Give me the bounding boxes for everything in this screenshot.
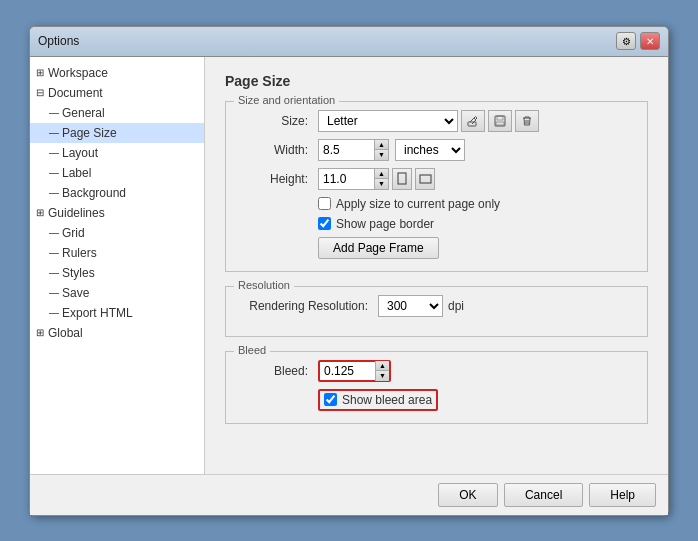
width-up-btn[interactable]: ▲ bbox=[374, 140, 388, 150]
expander-export-html: — bbox=[48, 304, 60, 322]
width-input[interactable] bbox=[319, 140, 374, 160]
bleed-label: Bleed: bbox=[238, 364, 318, 378]
width-spinner[interactable]: ▲ ▼ bbox=[318, 139, 389, 161]
height-up-btn[interactable]: ▲ bbox=[374, 169, 388, 179]
height-spinner[interactable]: ▲ ▼ bbox=[318, 168, 389, 190]
resolution-group: Resolution Rendering Resolution: 72 96 1… bbox=[225, 286, 648, 337]
expander-save: — bbox=[48, 284, 60, 302]
resolution-select[interactable]: 72 96 150 300 600 bbox=[378, 295, 443, 317]
show-border-checkbox[interactable] bbox=[318, 217, 331, 230]
dpi-label: dpi bbox=[448, 299, 464, 313]
sidebar-item-export-html[interactable]: —Export HTML bbox=[30, 303, 204, 323]
add-page-frame-button[interactable]: Add Page Frame bbox=[318, 237, 439, 259]
sidebar-item-global[interactable]: ⊞Global bbox=[30, 323, 204, 343]
svg-rect-4 bbox=[398, 173, 406, 184]
width-down-btn[interactable]: ▼ bbox=[374, 150, 388, 160]
size-label: Size: bbox=[238, 114, 318, 128]
expander-general: — bbox=[48, 104, 60, 122]
expander-workspace: ⊞ bbox=[34, 64, 46, 82]
page-title: Page Size bbox=[225, 73, 648, 89]
sidebar-label-global: Global bbox=[48, 324, 83, 342]
size-save-icon[interactable] bbox=[488, 110, 512, 132]
bleed-spinner-buttons: ▲ ▼ bbox=[375, 361, 389, 381]
sidebar-label-grid: Grid bbox=[62, 224, 85, 242]
landscape-icon[interactable] bbox=[415, 168, 435, 190]
sidebar-label-rulers: Rulers bbox=[62, 244, 97, 262]
orientation-icons bbox=[392, 168, 435, 190]
help-button[interactable]: Help bbox=[589, 483, 656, 507]
svg-rect-2 bbox=[497, 116, 503, 120]
expander-grid: — bbox=[48, 224, 60, 242]
bleed-row: Bleed: ▲ ▼ bbox=[238, 360, 635, 382]
sidebar-label-label: Label bbox=[62, 164, 91, 182]
height-down-btn[interactable]: ▼ bbox=[374, 179, 388, 189]
svg-rect-1 bbox=[495, 116, 505, 126]
apply-checkbox-row: Apply size to current page only bbox=[318, 197, 635, 211]
svg-rect-5 bbox=[420, 175, 431, 183]
sidebar-label-general: General bbox=[62, 104, 105, 122]
sidebar-item-page-size[interactable]: —Page Size bbox=[30, 123, 204, 143]
show-bleed-checkbox[interactable] bbox=[324, 393, 337, 406]
sidebar-item-document[interactable]: ⊟Document bbox=[30, 83, 204, 103]
expander-document: ⊟ bbox=[34, 84, 46, 102]
show-bleed-label: Show bleed area bbox=[342, 393, 432, 407]
sidebar-item-general[interactable]: —General bbox=[30, 103, 204, 123]
close-title-btn[interactable]: ✕ bbox=[640, 32, 660, 50]
sidebar-item-save[interactable]: —Save bbox=[30, 283, 204, 303]
sidebar-item-styles[interactable]: —Styles bbox=[30, 263, 204, 283]
bleed-input[interactable] bbox=[320, 361, 375, 381]
expander-guidelines: ⊞ bbox=[34, 204, 46, 222]
resolution-row: Rendering Resolution: 72 96 150 300 600 … bbox=[238, 295, 635, 317]
sidebar-label-background: Background bbox=[62, 184, 126, 202]
bleed-up-btn[interactable]: ▲ bbox=[375, 361, 389, 371]
sidebar-item-background[interactable]: —Background bbox=[30, 183, 204, 203]
expander-layout: — bbox=[48, 144, 60, 162]
title-bar-buttons: ⚙ ✕ bbox=[616, 32, 660, 50]
settings-title-btn[interactable]: ⚙ bbox=[616, 32, 636, 50]
rendering-label: Rendering Resolution: bbox=[238, 299, 378, 313]
sidebar-label-export-html: Export HTML bbox=[62, 304, 133, 322]
sidebar-item-workspace[interactable]: ⊞Workspace bbox=[30, 63, 204, 83]
portrait-icon[interactable] bbox=[392, 168, 412, 190]
dialog-title: Options bbox=[38, 34, 79, 48]
size-select[interactable]: Letter A4 A3 Legal Custom bbox=[318, 110, 458, 132]
sidebar-item-rulers[interactable]: —Rulers bbox=[30, 243, 204, 263]
cancel-button[interactable]: Cancel bbox=[504, 483, 583, 507]
size-edit-icon[interactable] bbox=[461, 110, 485, 132]
ok-button[interactable]: OK bbox=[438, 483, 498, 507]
apply-checkbox-label: Apply size to current page only bbox=[336, 197, 500, 211]
show-bleed-checkbox-row: Show bleed area bbox=[318, 389, 438, 411]
bleed-group: Bleed Bleed: ▲ ▼ Show bleed area bbox=[225, 351, 648, 424]
height-spinner-buttons: ▲ ▼ bbox=[374, 169, 388, 189]
width-spinner-buttons: ▲ ▼ bbox=[374, 140, 388, 160]
sidebar-item-label[interactable]: —Label bbox=[30, 163, 204, 183]
bleed-down-btn[interactable]: ▼ bbox=[375, 371, 389, 381]
unit-select[interactable]: inches cm mm px bbox=[395, 139, 465, 161]
bleed-group-label: Bleed bbox=[234, 344, 270, 356]
svg-rect-3 bbox=[496, 122, 504, 125]
apply-checkbox[interactable] bbox=[318, 197, 331, 210]
options-dialog: Options ⚙ ✕ ⊞Workspace⊟Document—General—… bbox=[29, 26, 669, 516]
sidebar-label-document: Document bbox=[48, 84, 103, 102]
sidebar-item-guidelines[interactable]: ⊞Guidelines bbox=[30, 203, 204, 223]
dialog-body: ⊞Workspace⊟Document—General—Page Size—La… bbox=[30, 57, 668, 474]
expander-background: — bbox=[48, 184, 60, 202]
size-orientation-group: Size and orientation Size: Letter A4 A3 … bbox=[225, 101, 648, 272]
expander-page-size: — bbox=[48, 124, 60, 142]
dialog-footer: OK Cancel Help bbox=[30, 474, 668, 515]
sidebar: ⊞Workspace⊟Document—General—Page Size—La… bbox=[30, 57, 205, 474]
sidebar-label-guidelines: Guidelines bbox=[48, 204, 105, 222]
sidebar-item-grid[interactable]: —Grid bbox=[30, 223, 204, 243]
expander-rulers: — bbox=[48, 244, 60, 262]
height-input[interactable] bbox=[319, 169, 374, 189]
width-label: Width: bbox=[238, 143, 318, 157]
main-content: Page Size Size and orientation Size: Let… bbox=[205, 57, 668, 474]
size-delete-icon[interactable] bbox=[515, 110, 539, 132]
expander-global: ⊞ bbox=[34, 324, 46, 342]
show-border-checkbox-row: Show page border bbox=[318, 217, 635, 231]
sidebar-label-save: Save bbox=[62, 284, 89, 302]
sidebar-item-layout[interactable]: —Layout bbox=[30, 143, 204, 163]
resolution-group-label: Resolution bbox=[234, 279, 294, 291]
bleed-spinner[interactable]: ▲ ▼ bbox=[318, 360, 391, 382]
size-orientation-label: Size and orientation bbox=[234, 94, 339, 106]
